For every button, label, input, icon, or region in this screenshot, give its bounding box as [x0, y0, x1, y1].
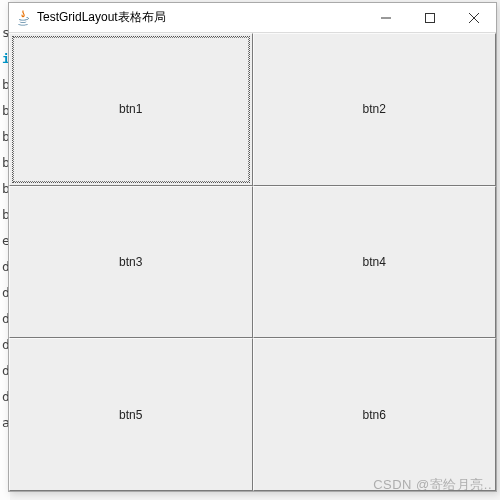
maximize-button[interactable]	[408, 3, 452, 32]
grid-button-3[interactable]: btn3	[9, 186, 253, 339]
minimize-button[interactable]	[364, 3, 408, 32]
grid-button-2[interactable]: btn2	[253, 33, 497, 186]
grid-button-5[interactable]: btn5	[9, 338, 253, 491]
grid-button-6[interactable]: btn6	[253, 338, 497, 491]
grid-button-4[interactable]: btn4	[253, 186, 497, 339]
titlebar[interactable]: TestGridLayout表格布局	[9, 3, 496, 33]
grid-layout-panel: btn1 btn2 btn3 btn4 btn5 btn6	[9, 33, 496, 491]
close-button[interactable]	[452, 3, 496, 32]
java-app-icon	[15, 10, 31, 26]
window-controls	[364, 3, 496, 32]
application-window: TestGridLayout表格布局 btn1 btn2 btn3 btn4 b…	[8, 2, 497, 492]
window-title: TestGridLayout表格布局	[37, 9, 364, 26]
grid-button-1[interactable]: btn1	[9, 33, 253, 186]
svg-rect-1	[426, 13, 435, 22]
